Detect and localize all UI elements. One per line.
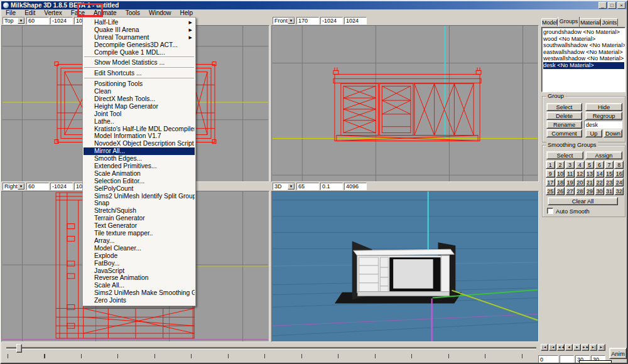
viewport-field[interactable] <box>344 17 367 24</box>
viewport-field[interactable] <box>296 183 319 190</box>
smoothing-group-12[interactable]: 12 <box>575 169 585 178</box>
menu-item-model-information[interactable]: Model Information V1.7 <box>84 132 195 140</box>
select-button[interactable]: Select <box>546 103 582 111</box>
menu-item-sims2-identify-split-group[interactable]: Sims2 UniMesh Identify Split Group V4.09 <box>84 193 195 200</box>
menu-item-zero-joints[interactable]: Zero Joints <box>84 297 195 304</box>
menu-item-explode[interactable]: Explode <box>84 252 195 260</box>
rewind-icon[interactable]: ◄◄ <box>557 344 565 351</box>
smoothing-group-29[interactable]: 29 <box>585 187 595 195</box>
smoothing-group-20[interactable]: 20 <box>575 178 585 186</box>
smoothing-group-5[interactable]: 5 <box>585 161 595 169</box>
viewport-field[interactable] <box>320 17 343 24</box>
smoothing-group-30[interactable]: 30 <box>595 187 604 195</box>
smoothing-group-11[interactable]: 11 <box>565 169 575 178</box>
step-forward-icon[interactable]: ► <box>573 344 581 351</box>
list-item-groundshadow[interactable]: groundshadow <No Material> <box>543 29 624 36</box>
menu-item-snap[interactable]: Snap <box>84 200 195 207</box>
menu-item-tile-texture-mapper[interactable]: Tile texture mapper.. <box>84 230 195 237</box>
rename-input[interactable] <box>584 120 622 129</box>
timeline-slider-handle[interactable] <box>16 344 22 353</box>
list-item-westwallshadow[interactable]: westwallshadow <No Material> <box>543 55 624 62</box>
smoothing-group-15[interactable]: 15 <box>605 169 614 178</box>
menu-item-height-map-generator[interactable]: Height Map Generator <box>84 103 195 110</box>
smoothing-group-23[interactable]: 23 <box>605 178 614 186</box>
list-item-desk-selected[interactable]: desk <No Material> <box>543 62 624 69</box>
view-select-top[interactable]: Top ▼ <box>3 17 25 24</box>
tab-model[interactable]: Model <box>541 18 558 26</box>
menu-item-terrain-generator[interactable]: Terrain Generator <box>84 215 195 222</box>
smoothing-group-2[interactable]: 2 <box>556 161 565 169</box>
menu-item-smooth-edges[interactable]: Smooth Edges... <box>84 155 195 163</box>
menu-tools[interactable]: Tools <box>121 9 144 17</box>
view-select-front[interactable]: Front ▼ <box>273 17 295 24</box>
menu-item-model-statistics[interactable]: Show Model Statistics ... <box>84 59 195 67</box>
menu-item-model-cleaner[interactable]: Model Cleaner... <box>84 245 195 252</box>
menu-item-extended-primitives[interactable]: Extended Primitives... <box>84 163 195 170</box>
menu-item-novodex-ods[interactable]: NovodeX Object Description Script ODS... <box>84 140 195 147</box>
menu-item-selpolycount[interactable]: SelPolyCount <box>84 185 195 193</box>
menu-item-quake3[interactable]: Quake III Arena▶ <box>84 26 195 34</box>
menu-item-stretch-squish[interactable]: Stretch/Squish <box>84 207 195 215</box>
viewport-field[interactable] <box>320 183 343 190</box>
frame-field[interactable] <box>560 355 574 363</box>
view-select-3d[interactable]: 3D ▼ <box>273 183 295 190</box>
anim-toggle-button[interactable]: Anim <box>609 348 627 359</box>
smoothing-group-14[interactable]: 14 <box>595 169 604 178</box>
smoothing-group-4[interactable]: 4 <box>575 161 585 169</box>
tab-groups[interactable]: Groups <box>558 16 580 27</box>
menu-window[interactable]: Window <box>144 9 176 17</box>
smoothing-group-27[interactable]: 27 <box>565 187 575 195</box>
list-item-wood[interactable]: wood <No Material> <box>543 36 624 43</box>
menu-vertex[interactable]: Vertex <box>40 9 66 17</box>
menu-item-array[interactable]: Array... <box>84 237 195 245</box>
list-item-southwallshadow[interactable]: southwallshadow <No Material> <box>543 42 624 49</box>
menu-item-edit-shortcuts[interactable]: Edit Shortcuts ... <box>84 70 195 77</box>
menu-item-sims2-make-smoothing-groups[interactable]: Sims2 UniMesh Make Smoothing Groups V4.0… <box>84 289 195 297</box>
smoothing-group-25[interactable]: 25 <box>546 187 555 195</box>
viewport-field[interactable] <box>296 17 319 24</box>
viewport-field[interactable] <box>50 183 73 190</box>
menu-item-unreal[interactable]: Unreal Tournament▶ <box>84 34 195 41</box>
menu-item-half-life[interactable]: Half-Life▶ <box>84 19 195 26</box>
timeline-track[interactable] <box>6 347 536 350</box>
down-button[interactable]: Down <box>604 129 622 137</box>
menu-item-decompile-genesis[interactable]: Decompile Genesis3D ACT... <box>84 41 195 49</box>
close-button-icon[interactable]: × <box>617 2 625 9</box>
fast-forward-icon[interactable]: ►► <box>582 344 589 351</box>
menu-item-text-generator[interactable]: Text Generator <box>84 222 195 230</box>
smoothing-assign-button[interactable]: Assign <box>585 151 622 159</box>
menu-help[interactable]: Help <box>176 9 198 17</box>
smoothing-group-28[interactable]: 28 <box>575 187 585 195</box>
tab-joints[interactable]: Joints <box>601 18 618 26</box>
menu-item-compile-quake1[interactable]: Compile Quake 1 MDL... <box>84 49 195 56</box>
viewport-field[interactable] <box>26 17 49 24</box>
smoothing-group-3[interactable]: 3 <box>565 161 575 169</box>
smoothing-group-21[interactable]: 21 <box>585 178 595 186</box>
smoothing-group-1[interactable]: 1 <box>546 161 555 169</box>
viewport-field[interactable] <box>50 17 73 24</box>
smoothing-group-32[interactable]: 32 <box>614 187 624 195</box>
menu-item-kratisto-decompiler[interactable]: Kratisto's Half-Life MDL Decompiler v1.2 <box>84 126 195 133</box>
chevron-down-icon[interactable]: ▼ <box>18 183 24 190</box>
current-frame-field[interactable] <box>538 355 558 363</box>
rename-button[interactable]: Rename <box>546 120 582 129</box>
viewport-3d[interactable] <box>271 191 539 342</box>
menu-item-scale-animation[interactable]: Scale Animation <box>84 170 195 178</box>
smoothing-group-9[interactable]: 9 <box>546 169 555 178</box>
chevron-down-icon[interactable]: ▼ <box>288 18 295 24</box>
tab-materials[interactable]: Materials <box>580 18 601 26</box>
smoothing-group-22[interactable]: 22 <box>595 178 604 186</box>
comment-button[interactable]: Comment <box>546 129 582 137</box>
smoothing-group-6[interactable]: 6 <box>595 161 604 169</box>
chevron-down-icon[interactable]: ▼ <box>18 18 24 24</box>
auto-smooth-checkbox[interactable] <box>547 208 553 214</box>
smoothing-group-17[interactable]: 17 <box>546 178 555 186</box>
smoothing-group-19[interactable]: 19 <box>565 178 575 186</box>
prev-keyframe-icon[interactable]: |◄ <box>549 344 556 351</box>
smoothing-group-13[interactable]: 13 <box>585 169 595 178</box>
smoothing-group-7[interactable]: 7 <box>605 161 614 169</box>
viewport-field[interactable] <box>344 183 367 190</box>
view-select-right[interactable]: Right ▼ <box>3 183 25 190</box>
smoothing-group-24[interactable]: 24 <box>614 178 624 186</box>
up-button[interactable]: Up <box>585 129 602 137</box>
